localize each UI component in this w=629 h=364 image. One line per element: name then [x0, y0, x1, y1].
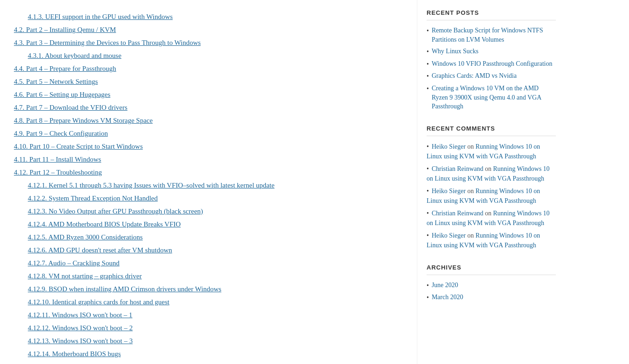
toc-link[interactable]: 4.12.2. System Thread Exception Not Hand… — [28, 195, 158, 202]
recent-post-link[interactable]: Graphics Cards: AMD vs Nvidia — [432, 71, 517, 81]
toc-link[interactable]: 4.12.11. Windows ISO won't boot – 1 — [28, 311, 132, 319]
toc-link[interactable]: 4.4. Part 4 – Prepare for Passthrough — [14, 65, 116, 72]
archive-link[interactable]: June 2020 — [432, 281, 458, 290]
comment-entry: Heiko Sieger on Running Windows 10 on Li… — [427, 231, 556, 250]
commenter-link[interactable]: Heiko Sieger — [432, 232, 465, 239]
toc-item: 4.10. Part 10 – Create Script to Start W… — [14, 141, 403, 152]
toc-item: 4.12.10. Identical graphics cards for ho… — [14, 296, 403, 308]
toc-link[interactable]: 4.12.5. AMD Ryzen 3000 Considerations — [28, 233, 143, 241]
toc-item: 4.12.15. Intel IGD and arbitration bug — [14, 361, 403, 364]
toc-link[interactable]: 4.12.7. Audio – Crackling Sound — [28, 259, 120, 267]
toc-item: 4.5. Part 5 – Network Settings — [14, 76, 403, 87]
toc-link[interactable]: 4.11. Part 11 – Install Windows — [14, 156, 101, 163]
sidebar: Recent Posts Remote Backup Script for Wi… — [417, 0, 565, 364]
recent-posts-section: Recent Posts Remote Backup Script for Wi… — [427, 9, 556, 111]
toc-link[interactable]: 4.12. Part 12 – Troubleshooting — [14, 169, 102, 176]
comment-entry: Christian Reinwand on Running Windows 10… — [427, 208, 556, 228]
comment-entry: Heiko Sieger on Running Windows 10 on Li… — [427, 186, 556, 206]
archive-link[interactable]: March 2020 — [432, 293, 463, 302]
recent-post-item: Remote Backup Script for Windows NTFS Pa… — [427, 26, 556, 44]
toc-item: 4.12.11. Windows ISO won't boot – 1 — [14, 309, 403, 320]
toc-item: 4.8. Part 8 – Prepare Windows VM Storage… — [14, 115, 403, 126]
comment-on-text: on — [484, 210, 493, 217]
comment-entry: Christian Reinwand on Running Windows 10… — [427, 164, 556, 183]
toc-link[interactable]: 4.12.12. Windows ISO won't boot – 2 — [28, 324, 132, 332]
toc-item: 4.9. Part 9 – Check Configuration — [14, 128, 403, 139]
toc-link[interactable]: 4.12.9. BSOD when installing AMD Crimson… — [28, 285, 221, 293]
archive-item: June 2020 — [427, 281, 556, 290]
toc-link[interactable]: 4.5. Part 5 – Network Settings — [14, 78, 98, 85]
archive-item: March 2020 — [427, 293, 556, 302]
toc-link[interactable]: 4.12.10. Identical graphics cards for ho… — [28, 298, 170, 306]
toc-link[interactable]: 4.12.14. Motherboard BIOS bugs — [28, 350, 121, 358]
page-container: 4.1.3. UEFI support in the GPU used with… — [0, 0, 629, 364]
toc-link[interactable]: 4.6. Part 6 – Setting up Hugepages — [14, 91, 110, 98]
comment-on-text: on — [465, 143, 475, 150]
commenter-link[interactable]: Heiko Sieger — [432, 188, 465, 195]
toc-item: 4.12.3. No Video Output after GPU Passth… — [14, 206, 403, 217]
recent-comments-section: Recent Comments Heiko Sieger on Running … — [427, 125, 556, 250]
main-content: 4.1.3. UEFI support in the GPU used with… — [0, 0, 417, 364]
toc-item: 4.12.8. VM not starting – graphics drive… — [14, 270, 403, 282]
toc-item: 4.3.1. About keyboard and mouse — [14, 50, 403, 61]
toc-link[interactable]: 4.3. Part 3 – Determining the Devices to… — [14, 39, 201, 46]
toc-link[interactable]: 4.9. Part 9 – Check Configuration — [14, 130, 108, 137]
recent-post-link[interactable]: Remote Backup Script for Windows NTFS Pa… — [432, 26, 556, 44]
comment-on-text: on — [484, 165, 493, 172]
toc-link[interactable]: 4.12.1. Kernel 5.1 through 5.3 having Is… — [28, 182, 275, 189]
recent-post-item: Graphics Cards: AMD vs Nvidia — [427, 71, 556, 81]
toc-link[interactable]: 4.12.13. Windows ISO won't boot – 3 — [28, 337, 132, 345]
recent-post-link[interactable]: Creating a Windows 10 VM on the AMD Ryze… — [432, 84, 556, 111]
toc-link[interactable]: 4.12.4. AMD Motherboard BIOS Update Brea… — [28, 220, 181, 228]
toc-link[interactable]: 4.8. Part 8 – Prepare Windows VM Storage… — [14, 117, 153, 124]
toc-item: 4.12.1. Kernel 5.1 through 5.3 having Is… — [14, 180, 403, 191]
toc-link[interactable]: 4.12.8. VM not starting – graphics drive… — [28, 272, 142, 280]
toc-item: 4.11. Part 11 – Install Windows — [14, 154, 403, 165]
comment-entry: Heiko Sieger on Running Windows 10 on Li… — [427, 142, 556, 161]
recent-post-item: Creating a Windows 10 VM on the AMD Ryze… — [427, 84, 556, 111]
archives-section: Archives June 2020March 2020 — [427, 264, 556, 302]
toc-link[interactable]: 4.1.3. UEFI support in the GPU used with… — [28, 13, 173, 20]
toc-item: 4.12.9. BSOD when installing AMD Crimson… — [14, 283, 403, 295]
archives-heading: Archives — [427, 264, 556, 275]
archives-list: June 2020March 2020 — [427, 281, 556, 302]
commenter-link[interactable]: Christian Reinwand — [432, 210, 484, 217]
recent-post-link[interactable]: Windows 10 VFIO Passthrough Configuratio… — [432, 59, 553, 69]
toc-item: 4.12. Part 12 – Troubleshooting — [14, 167, 403, 178]
commenter-link[interactable]: Heiko Sieger — [432, 143, 465, 150]
toc-link[interactable]: 4.10. Part 10 – Create Script to Start W… — [14, 143, 143, 150]
toc-link[interactable]: 4.12.6. AMD GPU doesn't reset after VM s… — [28, 246, 172, 254]
comment-on-text: on — [465, 232, 475, 239]
toc-item: 4.2. Part 2 – Installing Qemu / KVM — [14, 24, 403, 35]
toc-item: 4.12.7. Audio – Crackling Sound — [14, 257, 403, 269]
recent-posts-list: Remote Backup Script for Windows NTFS Pa… — [427, 26, 556, 111]
recent-comments-heading: Recent Comments — [427, 125, 556, 136]
toc-item: 4.12.14. Motherboard BIOS bugs — [14, 348, 403, 359]
comment-on-text: on — [465, 188, 475, 195]
toc-item: 4.12.5. AMD Ryzen 3000 Considerations — [14, 232, 403, 243]
toc-link[interactable]: 4.2. Part 2 – Installing Qemu / KVM — [14, 26, 116, 33]
toc-item: 4.7. Part 7 – Download the VFIO drivers — [14, 102, 403, 113]
toc-list: 4.1.3. UEFI support in the GPU used with… — [14, 11, 403, 364]
toc-item: 4.4. Part 4 – Prepare for Passthrough — [14, 63, 403, 74]
toc-item: 4.3. Part 3 – Determining the Devices to… — [14, 37, 403, 48]
toc-item: 4.12.6. AMD GPU doesn't reset after VM s… — [14, 245, 403, 256]
toc-item: 4.12.12. Windows ISO won't boot – 2 — [14, 322, 403, 333]
toc-item: 4.12.2. System Thread Exception Not Hand… — [14, 193, 403, 204]
recent-posts-heading: Recent Posts — [427, 9, 556, 20]
commenter-link[interactable]: Christian Reinwand — [432, 165, 484, 172]
recent-comments-list: Heiko Sieger on Running Windows 10 on Li… — [427, 142, 556, 250]
toc-link[interactable]: 4.7. Part 7 – Download the VFIO drivers — [14, 104, 127, 111]
toc-item: 4.1.3. UEFI support in the GPU used with… — [14, 11, 403, 22]
toc-item: 4.12.13. Windows ISO won't boot – 3 — [14, 335, 403, 346]
recent-post-item: Windows 10 VFIO Passthrough Configuratio… — [427, 59, 556, 69]
recent-post-link[interactable]: Why Linux Sucks — [432, 47, 478, 56]
toc-link[interactable]: 4.3.1. About keyboard and mouse — [28, 52, 121, 59]
recent-post-item: Why Linux Sucks — [427, 47, 556, 56]
toc-item: 4.6. Part 6 – Setting up Hugepages — [14, 89, 403, 100]
toc-item: 4.12.4. AMD Motherboard BIOS Update Brea… — [14, 219, 403, 230]
toc-link[interactable]: 4.12.3. No Video Output after GPU Passth… — [28, 207, 203, 215]
